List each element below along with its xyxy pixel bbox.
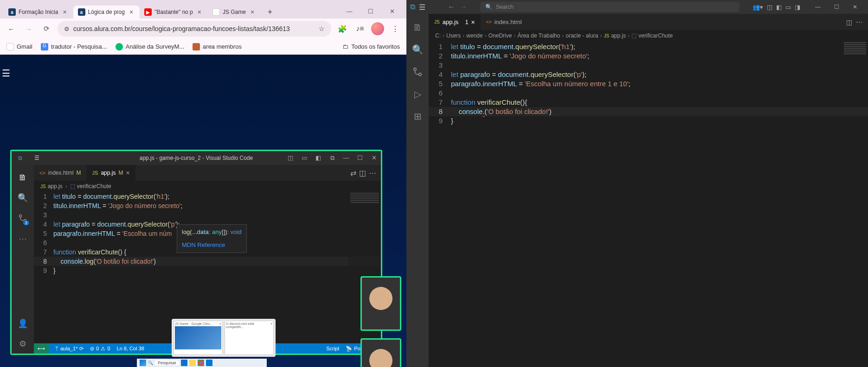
explorer-icon[interactable]: 🗎 <box>406 18 429 37</box>
more-icon[interactable]: ⋯ <box>369 169 376 177</box>
minimize-icon[interactable]: — <box>339 154 353 162</box>
problems-indicator[interactable]: ⊘ 0 ⚠ 0 <box>90 346 110 352</box>
layout-icon[interactable]: ◫ <box>283 154 297 162</box>
language-mode[interactable]: Script <box>326 346 339 351</box>
close-icon[interactable]: ✕ <box>367 154 381 162</box>
folder-icon: 🗀 <box>342 43 348 50</box>
forward-icon[interactable]: → <box>460 3 467 11</box>
maximize-icon[interactable]: ☐ <box>360 4 381 19</box>
bookmark-item[interactable]: area membros <box>193 43 242 51</box>
close-icon[interactable]: × <box>196 8 203 16</box>
close-icon[interactable]: × <box>61 8 68 16</box>
taskbar-app-icon[interactable] <box>181 360 187 366</box>
layout-icon[interactable]: ◧ <box>311 154 325 162</box>
back-icon[interactable]: ← <box>448 3 455 11</box>
search-icon[interactable]: 🔍 <box>406 40 429 59</box>
bookmark-item[interactable]: Gmail <box>6 43 32 51</box>
command-center-search[interactable]: 🔍 Search <box>480 2 739 12</box>
minimap[interactable] <box>842 41 868 97</box>
taskbar-preview[interactable]: O discord.com está compartilh...× <box>225 321 274 355</box>
profile-avatar[interactable] <box>371 22 384 35</box>
editor-tab[interactable]: JS app.js 1 × <box>429 14 481 30</box>
account-icon[interactable]: 👤 <box>12 314 34 333</box>
editor-tab[interactable]: <> index.html <box>481 14 527 30</box>
copilot-icon[interactable]: 👥▾ <box>752 4 763 11</box>
back-icon[interactable]: ← <box>5 22 18 35</box>
source-control-icon[interactable]: 2 <box>12 209 34 228</box>
explorer-icon[interactable]: 🗎 <box>12 168 34 187</box>
media-icon[interactable]: ♪≡ <box>354 25 366 33</box>
vscode-icon[interactable] <box>206 360 212 366</box>
bookmark-star-icon[interactable]: ☆ <box>319 25 325 32</box>
run-debug-icon[interactable]: ▷ <box>406 84 429 104</box>
split-icon[interactable]: ◫ <box>846 19 852 26</box>
kebab-icon[interactable]: ⋮ <box>389 25 402 33</box>
taskbar-preview[interactable]: JS Game - Google Chro...× <box>174 321 223 355</box>
windows-start-icon[interactable] <box>140 360 146 366</box>
extensions-icon[interactable]: ⊞ <box>406 107 429 126</box>
browser-tab[interactable]: ◉ JS Game × <box>208 6 261 19</box>
reload-icon[interactable]: ⟳ <box>40 22 53 35</box>
code-editor[interactable]: 1let titulo = document.querySelector('h1… <box>429 41 868 367</box>
layout-icon[interactable]: ⧉ <box>325 154 339 162</box>
source-control-icon[interactable] <box>406 62 429 82</box>
bookmark-item[interactable]: Análise da SurveyM... <box>116 43 184 51</box>
close-icon[interactable]: × <box>126 169 129 177</box>
editor-tab[interactable]: <>index.htmlM <box>34 165 87 181</box>
search-icon[interactable]: 🔍 <box>12 188 34 208</box>
remote-icon[interactable]: ⟷ <box>34 343 49 354</box>
menu-icon[interactable]: ☰ <box>31 152 42 164</box>
editor-tab[interactable]: JSapp.jsM× <box>87 165 135 181</box>
gear-icon[interactable]: ⚙ <box>12 334 34 354</box>
split-icon[interactable]: ◫ <box>359 169 366 177</box>
branch-indicator[interactable]: ᛘ aula_1* ⟳ <box>55 346 84 352</box>
minimize-icon[interactable]: — <box>809 4 827 10</box>
search-icon[interactable]: 🔍 <box>148 361 153 365</box>
browser-tab[interactable]: a Formação Inicia × <box>4 6 73 19</box>
vscode-icon: ⧉ <box>410 3 415 11</box>
site-info-icon[interactable]: ⚙ <box>64 25 70 32</box>
html-file-icon: <> <box>486 19 492 25</box>
hamburger-icon[interactable]: ☰ <box>2 68 16 82</box>
function-icon: ⬚ <box>631 32 637 39</box>
more-icon[interactable]: ⋯ <box>12 229 34 248</box>
maximize-icon[interactable]: ☐ <box>827 4 846 10</box>
cursor-position[interactable]: Ln 8, Col 38 <box>117 346 144 351</box>
mdn-reference-link[interactable]: MDN Reference <box>182 240 242 250</box>
address-bar[interactable]: ⚙ cursos.alura.com.br/course/logica-prog… <box>58 21 331 37</box>
minimize-icon[interactable]: — <box>339 4 360 19</box>
browser-tab[interactable]: ▶ "Bastante" no p × <box>140 6 208 19</box>
layout-icon[interactable]: ◨ <box>795 4 800 11</box>
close-icon[interactable]: × <box>128 8 135 16</box>
maximize-icon[interactable]: ☐ <box>353 154 367 162</box>
layout-icon[interactable]: ▭ <box>785 4 791 11</box>
layout-icon[interactable]: ◫ <box>767 4 772 11</box>
layout-icon[interactable]: ◧ <box>776 4 782 11</box>
explorer-icon[interactable] <box>189 360 196 366</box>
browser-tab[interactable]: a Lógica de prog × <box>73 6 140 19</box>
taskbar-search-input[interactable]: Pesquisar <box>155 361 179 365</box>
all-bookmarks-button[interactable]: 🗀Todos os favoritos <box>342 43 400 50</box>
more-icon[interactable]: ⋯ <box>856 19 862 26</box>
extensions-icon[interactable]: 🧩 <box>336 25 349 33</box>
bookmark-item[interactable]: Gtradutor - Pesquisa... <box>41 43 107 51</box>
close-icon[interactable]: × <box>270 322 272 329</box>
close-icon[interactable]: ✕ <box>381 4 403 19</box>
vscode-activity-bar: 🗎 🔍 ▷ ⊞ <box>406 14 429 367</box>
close-icon[interactable]: × <box>219 322 221 325</box>
menu-icon[interactable]: ☰ <box>419 3 425 12</box>
breadcrumb[interactable]: C:› Users› wende› OneDrive› Área de Trab… <box>429 30 868 41</box>
new-tab-button[interactable]: + <box>264 6 276 19</box>
compare-icon[interactable]: ⇄ <box>350 169 356 177</box>
close-icon[interactable]: ✕ <box>846 4 864 10</box>
close-icon[interactable]: × <box>471 19 475 26</box>
js-file-icon: JS <box>92 170 98 176</box>
chrome-icon[interactable] <box>198 360 204 366</box>
inner-breadcrumb[interactable]: JSapp.js › ⬚verificarChute <box>34 181 381 192</box>
inner-window-title: app.js - game-js-curso_2 - Visual Studio… <box>140 155 253 161</box>
layout-icon[interactable]: ▭ <box>297 154 311 162</box>
browser-tab-strip: a Formação Inicia × a Lógica de prog × ▶… <box>0 0 406 19</box>
tab-label: Formação Inicia <box>19 9 58 15</box>
forward-icon[interactable]: → <box>22 22 35 35</box>
close-icon[interactable]: × <box>249 8 256 16</box>
